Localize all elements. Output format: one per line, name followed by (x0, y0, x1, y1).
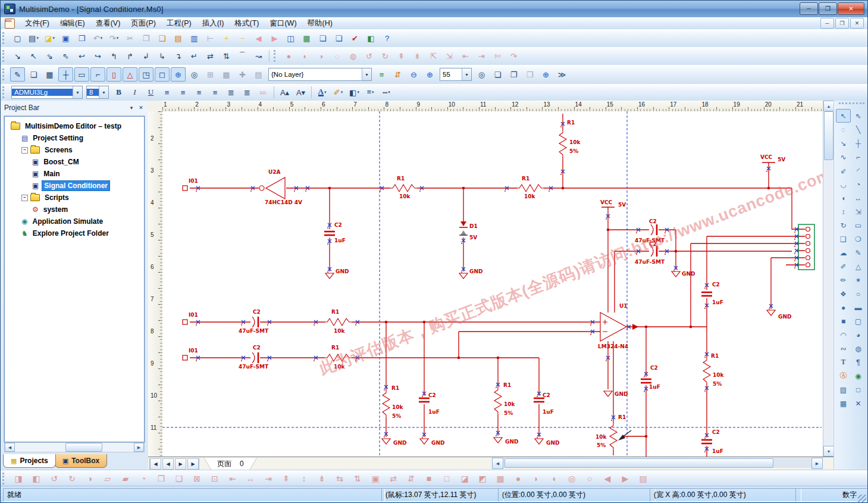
shape-pie-button[interactable]: ◑ (314, 49, 328, 63)
save-all-button[interactable]: ❒ (74, 31, 89, 45)
align-node-h-button[interactable]: ⇤ (458, 49, 473, 63)
chevron-down-icon[interactable]: ▼ (362, 68, 371, 80)
resistor-symbol[interactable] (559, 130, 566, 157)
layer-order-button[interactable]: ⇵ (390, 67, 405, 82)
zoom-dynamic-button[interactable]: ⊕ (538, 67, 553, 82)
bring-forward-button[interactable]: ◪ (456, 471, 473, 486)
mdi-close-button[interactable]: ✕ (850, 18, 864, 29)
tree-item-signal-conditioner[interactable]: ▣Signal Conditioner (6, 180, 144, 192)
menu-item-0[interactable]: 文件(F) (20, 17, 55, 30)
ungroup-button[interactable]: ❏ (171, 471, 187, 486)
scroll-left-button[interactable]: ◀ (492, 458, 503, 469)
snap-points-button[interactable]: ⊕ (171, 67, 186, 82)
page-last-button[interactable]: ▶ (187, 458, 199, 470)
font-smaller-button[interactable]: A▾ (293, 85, 308, 99)
layout-grid-button[interactable]: ▤ (635, 471, 651, 486)
union-button[interactable]: ● (510, 471, 527, 486)
table-tool-button[interactable]: ▦ (836, 396, 851, 410)
magnifier-button[interactable]: ◎ (187, 67, 202, 82)
zoom-page-button[interactable]: ❏ (490, 67, 505, 82)
ground-symbol[interactable] (325, 273, 334, 279)
zoom-selection-button[interactable]: ❒ (522, 67, 537, 82)
node-add-button[interactable]: ⇞ (394, 49, 409, 63)
rect-select-button[interactable]: ▭ (851, 218, 866, 232)
image-tool-button[interactable]: ▨ (836, 383, 851, 396)
font-larger-button[interactable]: A▴ (277, 85, 292, 99)
shape-rotate-left-button[interactable]: ↺ (362, 49, 377, 63)
tree-item-label[interactable]: Screens (43, 145, 74, 155)
connector-node-button[interactable]: ⇅ (219, 49, 234, 63)
skew-v-button[interactable]: ▰ (117, 471, 134, 486)
align-top-button[interactable]: ⇞ (278, 471, 294, 486)
rect-filled-button[interactable]: ■ (836, 314, 851, 328)
capacitor-curved-plate[interactable] (651, 224, 653, 235)
toolbar-grip[interactable] (2, 86, 7, 98)
space-down-button[interactable]: ⇵ (403, 471, 419, 486)
spell-check-button[interactable]: ✔ (347, 31, 362, 45)
fit-to-grid-button[interactable]: ▦ (492, 471, 509, 486)
same-height-button[interactable]: ⇅ (349, 471, 366, 486)
align-top-button[interactable]: ≣ (224, 85, 239, 99)
send-to-back-button[interactable]: □ (438, 471, 455, 486)
align-right-button[interactable]: ≡ (192, 85, 206, 99)
ground-symbol[interactable] (459, 273, 468, 279)
page-prev-button[interactable]: ◀ (162, 458, 174, 470)
delete-tool-button[interactable]: ✕ (851, 396, 866, 410)
zoom-in-button[interactable]: ⊕ (422, 67, 437, 82)
blob-tool-button[interactable]: ◍ (851, 342, 866, 355)
ground-symbol[interactable] (672, 271, 680, 277)
properties-button[interactable]: ▤ (251, 67, 266, 82)
line-style-button[interactable]: ┅▾ (379, 85, 394, 99)
resistor-symbol[interactable] (383, 390, 390, 417)
ground-symbol[interactable] (604, 391, 612, 396)
connector-straight-button[interactable]: ↘ (10, 49, 25, 63)
connector-arc-button[interactable]: ⌒ (235, 49, 250, 63)
connector-nw-button[interactable]: ↖ (26, 49, 41, 63)
tree-item-explore-project-folder[interactable]: ♞Explore Project Folder (6, 227, 144, 239)
rotate-tool-button[interactable]: ↻ (836, 218, 851, 232)
arrow-tool-button[interactable]: ↘ (836, 136, 851, 150)
align-center-button[interactable]: ≡ (176, 85, 190, 99)
menu-item-5[interactable]: 插入(I) (197, 17, 230, 30)
next-page-button[interactable]: ▶ (267, 31, 282, 45)
opamp-u1[interactable] (600, 313, 638, 341)
callout-round-button[interactable]: ❍ (851, 232, 866, 246)
open-button[interactable]: ◪▾ (42, 31, 57, 45)
connector-ne-button[interactable]: ⇖ (58, 49, 73, 63)
hscroll-thumb[interactable] (504, 458, 773, 468)
tree-item-label[interactable]: MultisimDemo Editor – testp (23, 121, 123, 131)
rotate-right-button[interactable]: ↻ (64, 471, 80, 486)
copy-button[interactable]: ❐ (139, 31, 153, 45)
window-cascade-button[interactable]: ❏ (331, 31, 346, 45)
font-combobox[interactable]: ADMUI3Lg ▼ (11, 86, 83, 99)
align-right-button[interactable]: ⇥ (260, 471, 277, 486)
connector-curve-right-button[interactable]: ↪ (90, 49, 105, 63)
ground-symbol[interactable] (535, 439, 543, 444)
menu-item-2[interactable]: 查看(V) (90, 17, 126, 30)
zoom-out-button[interactable]: ⊖ (406, 67, 421, 82)
diode-d1[interactable] (459, 221, 468, 235)
hyperlink-button[interactable]: ◉ (851, 369, 866, 383)
layer-combobox[interactable]: {No Layer} ▼ (268, 68, 372, 81)
tree-item-label[interactable]: Boost_CM (42, 157, 80, 167)
project-tree-hscrollbar[interactable]: ◀ ▶ (4, 442, 145, 452)
chevron-down-icon[interactable]: ▼ (462, 68, 471, 80)
pencil-button[interactable]: ✎ (851, 246, 866, 260)
lock-button[interactable]: ⊠ (189, 471, 205, 486)
crop-region-button[interactable]: ◳ (139, 67, 153, 82)
menu-item-4[interactable]: 工程(P) (161, 17, 197, 30)
ellipse-tool-button[interactable]: ○ (851, 287, 866, 301)
io-port[interactable] (183, 186, 187, 190)
tree-item-screens[interactable]: −Screens (6, 144, 144, 156)
send-backward-button[interactable]: ◩ (474, 471, 491, 486)
new-button[interactable]: ▢ (10, 31, 25, 45)
mirror-button[interactable]: ◑ (82, 471, 98, 486)
connector-se-button[interactable]: ⇘ (42, 49, 57, 63)
select-add-button[interactable]: ⇖ (851, 109, 866, 123)
snap-shape-button[interactable]: △ (123, 67, 137, 82)
size-rotate-button[interactable]: ⇲ (851, 205, 866, 218)
zoom-width-button[interactable]: ❐ (506, 67, 521, 82)
expand-collapse-icon[interactable]: − (21, 147, 28, 154)
align-left-button[interactable]: ≡ (159, 85, 174, 99)
connector-rounded-hv-button[interactable]: ↴ (171, 49, 186, 63)
